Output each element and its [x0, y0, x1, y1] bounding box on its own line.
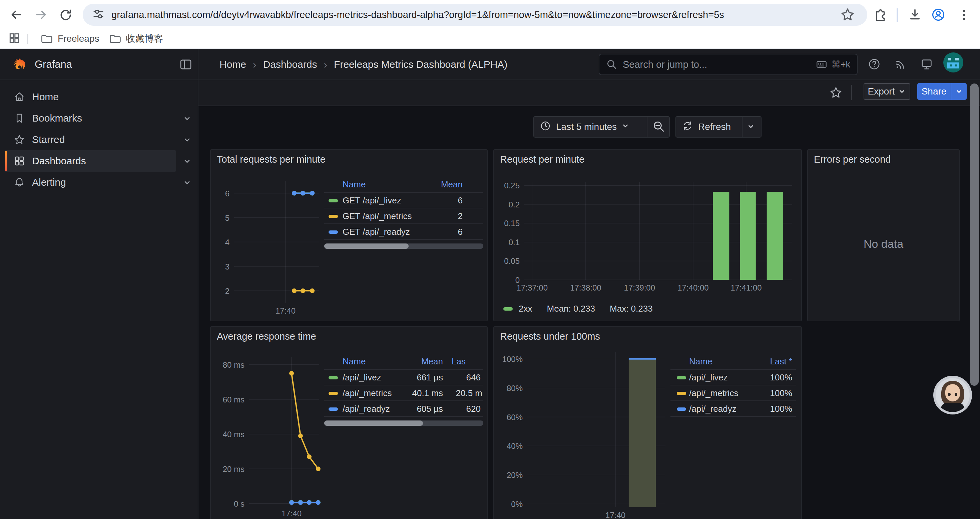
refresh-button[interactable]: Refresh: [675, 116, 762, 137]
chevron-down-icon[interactable]: [183, 114, 191, 124]
user-avatar[interactable]: [943, 53, 963, 72]
svg-text:0%: 0%: [511, 500, 523, 509]
chevron-down-icon[interactable]: [183, 178, 191, 188]
legend-row[interactable]: /api/_livez 100%: [670, 369, 796, 385]
legend-row[interactable]: GET /api/_readyz 6: [324, 224, 483, 239]
svg-text:0.05: 0.05: [504, 257, 520, 265]
brand-block: Grafana: [0, 49, 199, 80]
site-settings-icon[interactable]: [91, 7, 105, 22]
svg-text:40%: 40%: [507, 442, 523, 450]
sidebar-item-dashboards[interactable]: Dashboards: [0, 150, 199, 172]
refresh-icon: [681, 120, 694, 134]
bookmarks-bar: Freeleaps 收藏博客: [0, 29, 980, 49]
extensions-icon[interactable]: [869, 4, 890, 25]
sidebar-item-starred[interactable]: Starred: [0, 129, 199, 150]
series-swatch: [329, 199, 338, 203]
panel-title[interactable]: Errors per second: [814, 154, 891, 165]
downloads-icon[interactable]: [905, 4, 925, 25]
legend-table: Name Mean GET /api/_livez 6 GET /api/_me…: [324, 177, 483, 249]
browser-menu-icon[interactable]: [953, 4, 974, 25]
series-swatch: [329, 230, 338, 234]
no-data-message: No data: [808, 238, 959, 251]
svg-text:3: 3: [225, 262, 229, 271]
svg-text:17:39:00: 17:39:00: [624, 283, 655, 292]
chevron-down-icon[interactable]: [183, 157, 191, 167]
kiosk-monitor-icon[interactable]: [920, 57, 933, 72]
bookmark-star-icon[interactable]: [840, 7, 855, 24]
svg-text:0 s: 0 s: [234, 499, 245, 508]
search-shortcut: ⌘+k: [816, 58, 850, 70]
url-text[interactable]: grafana.mathmast.com/d/deytv4rwavabkb/fr…: [111, 10, 724, 21]
legend-scrollbar[interactable]: [324, 243, 483, 249]
floating-assistant-avatar[interactable]: [933, 376, 972, 414]
panel-average-response-time: Average response time 80 ms60 ms40 ms20 …: [210, 326, 488, 519]
refresh-interval-dropdown[interactable]: [747, 122, 755, 133]
series-swatch: [329, 215, 338, 218]
favorite-star-icon[interactable]: [829, 86, 843, 101]
svg-text:17:37:00: 17:37:00: [517, 283, 548, 292]
search-icon: [605, 58, 618, 71]
legend-header: Name Mean: [324, 177, 483, 192]
grafana-app: Grafana Home › Dashboards › Freeleaps Me…: [0, 49, 980, 519]
bookmark-folder-freeleaps[interactable]: Freeleaps: [36, 31, 104, 46]
svg-text:17:38:00: 17:38:00: [570, 283, 601, 292]
reload-icon[interactable]: [56, 4, 76, 25]
profile-icon[interactable]: [928, 4, 949, 25]
legend-row[interactable]: /api/_readyz 605 µs 620: [324, 401, 483, 416]
export-button[interactable]: Export: [864, 83, 910, 100]
help-icon[interactable]: [868, 57, 881, 72]
url-bar[interactable]: grafana.mathmast.com/d/deytv4rwavabkb/fr…: [83, 4, 867, 26]
sidebar-item-alerting[interactable]: Alerting: [0, 172, 199, 193]
forward-icon[interactable]: [31, 4, 51, 25]
legend-scrollbar[interactable]: [324, 420, 483, 426]
legend-row[interactable]: /api/_livez 661 µs 646: [324, 369, 483, 385]
series-swatch: [329, 407, 338, 411]
svg-text:17:40: 17:40: [605, 511, 625, 519]
svg-text:17:40:00: 17:40:00: [678, 283, 708, 292]
page-scrollbar[interactable]: [970, 83, 978, 386]
legend-row[interactable]: GET /api/_metrics 2: [324, 208, 483, 224]
grafana-logo-icon[interactable]: [10, 56, 27, 73]
svg-text:0.25: 0.25: [504, 181, 520, 190]
svg-text:5: 5: [225, 213, 229, 222]
series-swatch: [677, 376, 686, 379]
sidebar-item-home[interactable]: Home: [0, 86, 199, 107]
share-button[interactable]: Share: [917, 83, 951, 100]
zoom-out-icon[interactable]: [651, 119, 666, 136]
chevron-down-icon: [621, 121, 629, 132]
breadcrumb-home[interactable]: Home: [220, 59, 246, 70]
chevron-down-icon[interactable]: [183, 136, 191, 145]
panel-errors-per-second: Errors per second No data: [807, 149, 960, 321]
svg-text:0.15: 0.15: [504, 219, 520, 228]
legend-row[interactable]: GET /api/_livez 6: [324, 192, 483, 208]
dashboard-header: Export Share: [199, 80, 980, 106]
news-rss-icon[interactable]: [894, 57, 907, 72]
svg-text:17:40: 17:40: [275, 306, 296, 315]
bookmark-folder-blogs[interactable]: 收藏博客: [104, 31, 168, 46]
svg-text:100%: 100%: [502, 355, 523, 364]
back-icon[interactable]: [6, 4, 27, 25]
series-name[interactable]: 2xx: [519, 303, 532, 314]
breadcrumb-dashboards[interactable]: Dashboards: [263, 59, 317, 70]
browser-toolbar: grafana.mathmast.com/d/deytv4rwavabkb/fr…: [0, 0, 980, 29]
panel-requests-under-100ms: Requests under 100ms 100%80%60%40%20%0%1…: [493, 326, 802, 519]
chevron-down-icon: [955, 88, 963, 96]
series-swatch: [503, 307, 513, 311]
search-input[interactable]: Search or jump to... ⌘+k: [599, 54, 858, 75]
search-placeholder: Search or jump to...: [623, 59, 707, 70]
series-mean: Mean: 0.233: [547, 303, 595, 314]
legend-row[interactable]: /api/_readyz 100%: [670, 401, 796, 416]
apps-grid-icon[interactable]: [8, 32, 21, 46]
share-dropdown-button[interactable]: [951, 83, 967, 100]
time-range-picker[interactable]: Last 5 minutes: [533, 116, 670, 137]
dock-sidebar-icon[interactable]: [179, 57, 193, 73]
legend-row[interactable]: /api/_metrics 40.1 ms 20.5 m: [324, 385, 483, 401]
toolbar-divider: [897, 8, 897, 22]
clock-icon: [539, 120, 551, 134]
sidebar-item-bookmarks[interactable]: Bookmarks: [0, 107, 199, 129]
star-icon: [13, 134, 25, 147]
bookmark-folder-label: Freeleaps: [58, 34, 99, 44]
legend-row[interactable]: /api/_metrics 100%: [670, 385, 796, 401]
legend-table: Name Last * /api/_livez 100% /api/_metri…: [670, 354, 796, 417]
keyboard-icon: [816, 58, 827, 70]
